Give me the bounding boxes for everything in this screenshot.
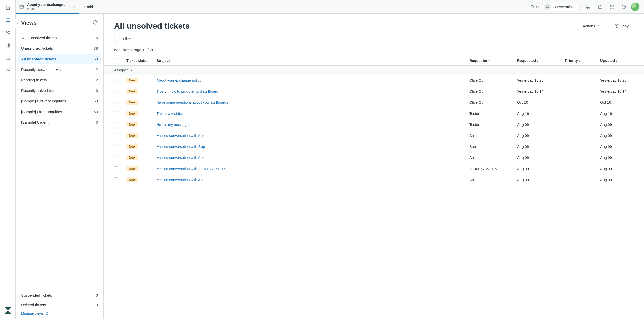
avatar[interactable]	[631, 3, 639, 11]
rail-zendesk[interactable]	[2, 305, 13, 316]
row-checkbox[interactable]	[114, 177, 118, 181]
sort-icon: ▾	[579, 60, 580, 62]
table-row[interactable]: NewHave some questions about your surfbo…	[104, 97, 644, 108]
views-title: Views	[21, 20, 37, 26]
row-checkbox[interactable]	[114, 166, 118, 170]
rail-orgs[interactable]	[2, 40, 13, 51]
table-row[interactable]: NewHere's my messageTesterAug 09Aug 09	[104, 119, 644, 130]
views-refresh[interactable]	[93, 20, 98, 26]
table-row[interactable]: NewMissed conversation with Visitor 7735…	[104, 163, 644, 174]
view-item[interactable]: Suspended tickets0	[18, 290, 101, 300]
tab-close[interactable]	[72, 4, 77, 10]
apps-button[interactable]	[607, 2, 617, 12]
envelope-icon	[19, 4, 24, 9]
row-checkbox[interactable]	[114, 78, 118, 82]
view-item-count: 0	[96, 303, 98, 307]
table-row[interactable]: NewMissed conversation with AnkAnkAug 09…	[104, 152, 644, 163]
view-item-count: 53	[94, 57, 98, 61]
actions-button[interactable]: Actions	[578, 21, 606, 31]
svg-point-17	[624, 8, 624, 8]
view-item[interactable]: Unassigned tickets38	[18, 43, 101, 54]
row-checkbox[interactable]	[114, 133, 118, 137]
filter-chip[interactable]: Filter	[114, 35, 135, 43]
rail-home[interactable]	[2, 2, 13, 13]
help-icon	[621, 4, 626, 9]
rail-views[interactable]	[2, 15, 13, 26]
ticket-subject-link[interactable]: Missed conversation with Ank	[156, 178, 204, 182]
table-row[interactable]: NewMissed conversation with SupSupAug 09…	[104, 141, 644, 152]
nav-rail	[0, 0, 16, 319]
row-checkbox[interactable]	[114, 89, 118, 93]
col-requested[interactable]: Requested▾	[513, 56, 561, 66]
table-row[interactable]: NewAbout your exchange policyOlive OylYe…	[104, 75, 644, 86]
status-badge: New	[126, 133, 138, 138]
col-requester[interactable]: Requester▾	[465, 56, 513, 66]
cell-requester: Tester	[465, 108, 513, 119]
view-item-label: Unassigned tickets	[21, 46, 53, 50]
svg-rect-14	[612, 8, 612, 8]
svg-rect-10	[610, 6, 611, 7]
phone-button[interactable]	[583, 2, 593, 12]
cell-updated: Yesterday 16:14	[596, 86, 644, 97]
table-row[interactable]: NewMissed conversation with AnkAnkAug 09…	[104, 174, 644, 185]
view-item[interactable]: Recently updated tickets2	[18, 64, 101, 75]
bell-icon	[597, 4, 602, 9]
tab-ticket-290[interactable]: About your exchange … #290	[16, 0, 79, 13]
tab-add[interactable]: add	[79, 0, 93, 13]
view-item[interactable]: [Sample] Urgent0	[18, 117, 101, 127]
view-item[interactable]: [Sample] Delivery Inquiries53	[18, 96, 101, 106]
table-row[interactable]: NewMissed conversation with AnkAnkAug 09…	[104, 130, 644, 141]
view-item[interactable]: Your unsolved tickets15	[18, 32, 101, 43]
ticket-subject-link[interactable]: About your exchange policy	[156, 78, 201, 82]
row-checkbox[interactable]	[114, 122, 118, 126]
assignee-label: Assignee:	[114, 68, 130, 72]
ticket-subject-link[interactable]: This is a test ticket	[156, 112, 186, 116]
global-search[interactable]	[528, 3, 539, 11]
cell-priority	[561, 130, 596, 141]
sidebar-collapse-handle[interactable]	[15, 19, 19, 28]
cell-requested: Oct 10	[513, 97, 561, 108]
play-button[interactable]: Play	[610, 21, 633, 31]
cell-priority	[561, 163, 596, 174]
ticket-subject-link[interactable]: Have some questions about your surfboard…	[156, 100, 228, 104]
ticket-subject-link[interactable]: Tips on how to pick the right surfboard	[156, 89, 218, 93]
ticket-subject-link[interactable]: Missed conversation with Ank	[156, 134, 204, 138]
col-priority[interactable]: Priority▾	[561, 56, 596, 66]
result-count: 53 tickets (Page 1 of 2)	[104, 46, 644, 56]
rail-admin[interactable]	[2, 65, 13, 76]
ticket-subject-link[interactable]: Here's my message	[156, 123, 189, 127]
manage-views-link[interactable]: Manage views	[18, 309, 101, 315]
ticket-subject-link[interactable]: Missed conversation with Ank	[156, 156, 204, 160]
select-all-checkbox[interactable]	[114, 58, 118, 62]
sort-icon: ▾	[616, 60, 617, 62]
view-item[interactable]: Pending tickets2	[18, 75, 101, 85]
ticket-subject-link[interactable]: Missed conversation with Sup	[156, 145, 205, 149]
help-button[interactable]	[619, 2, 629, 12]
table-row[interactable]: NewThis is a test ticketTesterAug 16Aug …	[104, 108, 644, 119]
view-item[interactable]: [Sample] Order Inquiries53	[18, 106, 101, 117]
rail-customers[interactable]	[2, 27, 13, 38]
ticket-subject-link[interactable]: Missed conversation with Visitor 7735101…	[156, 167, 226, 171]
ticket-table-wrap[interactable]: Ticket status Subject Requester▾ Request…	[104, 56, 644, 319]
row-checkbox[interactable]	[114, 100, 118, 104]
cell-requester: Olive Oyl	[465, 86, 513, 97]
notifications-button[interactable]	[595, 2, 605, 12]
view-item-count: 38	[94, 46, 98, 50]
conversations-button[interactable]: Conversations	[541, 3, 581, 11]
assignee-group-row: Assignee: -	[104, 66, 644, 75]
view-item[interactable]: Recently solved tickets0	[18, 85, 101, 96]
cell-updated: Aug 09	[596, 141, 644, 152]
views-sidebar: Views Your unsolved tickets15Unassigned …	[16, 14, 104, 319]
row-checkbox[interactable]	[114, 155, 118, 159]
view-item[interactable]: All unsolved tickets53	[18, 54, 101, 64]
svg-rect-15	[613, 8, 614, 8]
col-select-all[interactable]	[104, 56, 122, 66]
col-updated[interactable]: Updated▾	[596, 56, 644, 66]
row-checkbox[interactable]	[114, 144, 118, 148]
rail-reports[interactable]	[2, 52, 13, 63]
cell-requester: Visitor 77351015	[465, 163, 513, 174]
view-item[interactable]: Deleted tickets0	[18, 300, 101, 309]
row-checkbox[interactable]	[114, 111, 118, 115]
view-item-label: Your unsolved tickets	[21, 36, 57, 40]
table-row[interactable]: NewTips on how to pick the right surfboa…	[104, 86, 644, 97]
